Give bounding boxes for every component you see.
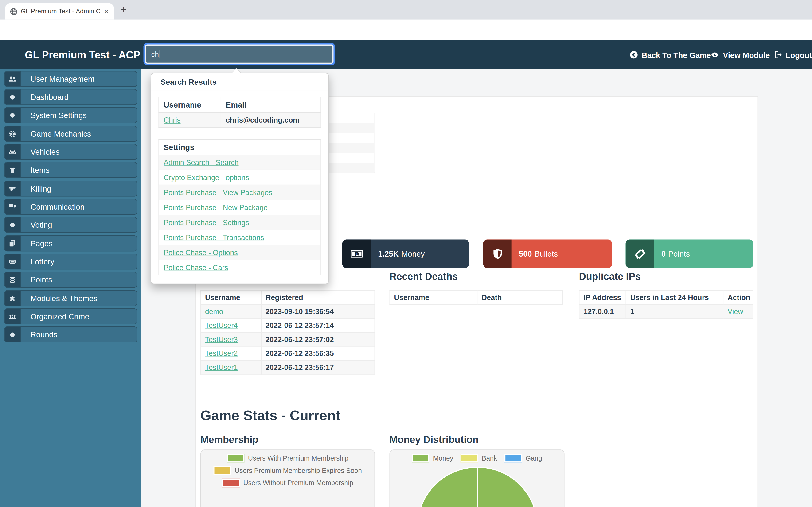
stat-card-money: 1 1.25KMoney	[342, 239, 469, 268]
circle-icon	[5, 108, 21, 122]
legend-swatch-money	[412, 454, 429, 462]
tshirt-icon	[5, 162, 21, 177]
sidebar-item-system-settings[interactable]: System Settings	[4, 107, 137, 123]
registrations-table: Username Registered demo2023-09-10 19:36…	[200, 290, 375, 375]
puzzle-icon	[5, 291, 21, 306]
comments-icon	[5, 199, 21, 214]
stat-card-points: 0Points	[626, 239, 754, 268]
membership-heading: Membership	[200, 434, 258, 445]
column-header: Death	[477, 291, 563, 305]
ticket-icon	[5, 254, 21, 269]
table-row: TestUser12022-06-12 23:56:17	[201, 360, 375, 374]
group-icon	[5, 309, 21, 324]
sidebar-item-items[interactable]: Items	[4, 162, 137, 178]
stat-card-points-text: 0Points	[654, 239, 690, 268]
money-distribution-chart-panel: Money Bank Gang	[389, 449, 564, 507]
sidebar-item-communication[interactable]: Communication	[4, 199, 137, 215]
settings-result-link[interactable]: Police Chase - Options	[163, 248, 238, 257]
view-ip-link[interactable]: View	[728, 307, 743, 316]
legend-item[interactable]: Gang	[504, 454, 542, 462]
username-link[interactable]: TestUser4	[205, 321, 238, 330]
tab-title: GL Premium Test - Admin Cont	[21, 8, 101, 15]
column-header: Username	[159, 97, 221, 112]
sidebar-item-points[interactable]: Points	[4, 272, 137, 288]
legend-swatch-green	[227, 454, 244, 462]
gun-icon	[5, 181, 21, 196]
settings-result-link[interactable]: Points Purchase - Settings	[163, 218, 249, 227]
column-header: Email	[221, 97, 321, 112]
new-tab-button[interactable]: +	[121, 3, 127, 15]
stat-card-money-text: 1.25KMoney	[371, 239, 424, 268]
settings-result-link[interactable]: Points Purchase - View Packages	[163, 188, 272, 196]
sidebar-item-pages[interactable]: Pages	[4, 235, 137, 251]
sidebar-item-user-management[interactable]: User Management	[4, 71, 137, 87]
sidebar-item-modules-themes[interactable]: Modules & Themes	[4, 290, 137, 306]
username-link[interactable]: TestUser2	[205, 349, 238, 357]
legend-item[interactable]: Users With Premium Membership	[227, 454, 349, 462]
column-header: IP Address	[579, 291, 626, 305]
table-row: Chris chris@cdcoding.com	[159, 112, 321, 127]
sidebar-item-voting[interactable]: Voting	[4, 217, 137, 233]
table-row: Points Purchase - Settings	[159, 215, 321, 230]
table-row: Points Purchase - Transactions	[159, 230, 321, 245]
settings-result-link[interactable]: Points Purchase - New Package	[163, 203, 268, 212]
nav-back-to-game[interactable]: Back To The Game	[630, 40, 711, 69]
column-header: Username	[201, 291, 261, 305]
table-row: demo2023-09-10 19:36:54	[201, 304, 375, 319]
table-row: TestUser22022-06-12 23:56:35	[201, 346, 375, 360]
legend-item[interactable]: Money	[412, 454, 453, 462]
screen: GL Premium Test - Admin Cont ✕ + ← → ↻ i…	[0, 0, 812, 507]
username-link[interactable]: TestUser1	[205, 363, 238, 371]
nav-logout[interactable]: Logout	[774, 40, 812, 69]
column-header: Action	[723, 291, 753, 305]
table-row: Police Chase - Cars	[159, 260, 321, 275]
pages-icon	[5, 236, 21, 251]
search-input[interactable]: ch	[145, 45, 334, 64]
sidebar-item-game-mechanics[interactable]: Game Mechanics	[4, 126, 137, 142]
legend-item[interactable]: Bank	[460, 454, 497, 462]
nav-view-module[interactable]: View Module	[711, 40, 770, 69]
users-icon	[5, 71, 21, 87]
search-results-title: Search Results	[151, 73, 328, 91]
tab-close-icon[interactable]: ✕	[104, 7, 109, 15]
circle-icon	[5, 217, 21, 232]
user-result-link[interactable]: Chris	[163, 116, 181, 124]
sidebar-item-organized-crime[interactable]: Organized Crime	[4, 308, 137, 324]
membership-chart-panel: Users With Premium Membership Users Prem…	[200, 449, 375, 507]
table-row: Admin Search - Search	[159, 155, 321, 170]
settings-result-link[interactable]: Crypto Exchange - options	[163, 173, 249, 181]
sidebar-item-killing[interactable]: Killing	[4, 180, 137, 196]
column-header: Username	[390, 291, 477, 305]
browser-tab[interactable]: GL Premium Test - Admin Cont ✕	[5, 3, 114, 20]
sidebar-item-vehicles[interactable]: Vehicles	[4, 144, 137, 160]
search-results-dropdown: Search Results Username Email Chris chri…	[151, 73, 329, 284]
gear-icon	[5, 126, 21, 141]
recent-deaths-table: Username Death	[389, 290, 563, 305]
legend-item[interactable]: Users Premium Membership Expires Soon	[213, 466, 362, 475]
settings-header: Settings	[159, 139, 321, 155]
ticket-icon	[626, 239, 654, 268]
table-row: Points Purchase - New Package	[159, 200, 321, 215]
sidebar-item-dashboard[interactable]: Dashboard	[4, 89, 137, 105]
column-header: Users in Last 24 Hours	[626, 291, 723, 305]
sidebar-item-rounds[interactable]: Rounds	[4, 327, 137, 342]
username-link[interactable]: demo	[205, 307, 223, 316]
settings-result-link[interactable]: Admin Search - Search	[163, 158, 239, 166]
username-link[interactable]: TestUser3	[205, 335, 238, 343]
circle-icon	[5, 90, 21, 105]
table-row: 127.0.0.1 1 View	[579, 304, 753, 319]
svg-text:1: 1	[355, 251, 358, 256]
search-settings-table: Settings Admin Search - Search Crypto Ex…	[158, 139, 321, 275]
sign-out-icon	[774, 51, 782, 59]
search-users-table: Username Email Chris chris@cdcoding.com	[158, 97, 321, 128]
column-header: Registered	[261, 291, 375, 305]
recent-deaths-heading: Recent Deaths	[389, 271, 458, 282]
legend-item[interactable]: Users Without Premium Membership	[222, 478, 353, 487]
duplicate-ips-table: IP Address Users in Last 24 Hours Action…	[579, 290, 754, 319]
chevron-left-circle-icon	[630, 51, 638, 59]
sidebar-item-lottery[interactable]: Lottery	[4, 253, 137, 270]
section-divider	[200, 399, 754, 399]
settings-result-link[interactable]: Police Chase - Cars	[163, 263, 228, 272]
eye-icon	[711, 51, 719, 59]
settings-result-link[interactable]: Points Purchase - Transactions	[163, 233, 264, 241]
